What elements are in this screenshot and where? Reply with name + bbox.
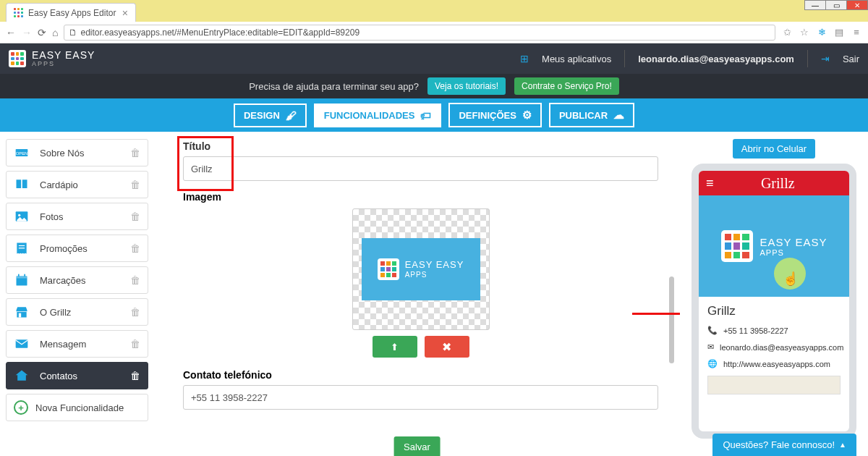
nav-design[interactable]: DESIGN 🖌 — [234, 104, 307, 127]
trash-icon[interactable]: 🗑 — [130, 370, 140, 381]
phone-icon: 📞 — [707, 326, 718, 335]
open-mobile-button[interactable]: Abrir no Celular — [733, 139, 815, 159]
preview-phone-row[interactable]: 📞+55 11 3958-2227 — [707, 326, 841, 335]
image-preview: EASY EASY APPS — [352, 208, 490, 330]
store-icon — [14, 305, 30, 319]
book-icon — [14, 177, 30, 192]
user-email[interactable]: leonardo.dias@easyeasyapps.com — [638, 54, 794, 64]
logo-text: EASY EASY — [32, 50, 95, 60]
svg-rect-11 — [16, 339, 28, 348]
trash-icon[interactable]: 🗑 — [130, 242, 140, 254]
delete-image-button[interactable]: ✖ — [425, 336, 469, 358]
snowflake-icon[interactable]: ❄ — [816, 27, 827, 38]
phone-input[interactable] — [183, 385, 658, 410]
svg-rect-10 — [19, 313, 21, 318]
sidebar-item-bookings[interactable]: Marcações 🗑 — [6, 266, 148, 294]
browser-tab[interactable]: Easy Easy Apps Editor × — [6, 3, 136, 22]
nav-definitions[interactable]: DEFINIÇÕES ⚙ — [448, 103, 541, 127]
form-panel: Título Imagem EASY EASY APPS — [154, 132, 680, 456]
home-icon[interactable]: ⌂ — [52, 27, 58, 38]
preview-header: ≡ Grillz — [699, 171, 849, 195]
phone-label: Contato telefónico — [183, 369, 658, 381]
feedback-button[interactable]: Questões? Fale connosco! ▲ — [712, 434, 856, 456]
phone-preview: ≡ Grillz EASY EASY APPS ☝ Grillz — [692, 164, 856, 439]
tag-icon: 🏷 — [420, 109, 431, 122]
scrollbar-thumb[interactable] — [669, 276, 674, 363]
tutorials-button[interactable]: Veja os tutoriais! — [427, 77, 506, 95]
close-icon: ✖ — [442, 340, 451, 354]
receipt-icon — [14, 241, 30, 256]
svg-rect-5 — [19, 248, 25, 248]
trash-icon[interactable]: 🗑 — [130, 306, 140, 318]
svg-rect-8 — [18, 274, 20, 276]
window-maximize-button[interactable]: ▭ — [825, 0, 847, 10]
logo-grid-icon — [721, 230, 753, 262]
rating-icon[interactable]: ✩ — [781, 27, 793, 38]
title-label: Título — [183, 140, 658, 152]
window-minimize-button[interactable]: ― — [804, 0, 826, 10]
image-icon — [14, 209, 30, 224]
trash-icon[interactable]: 🗑 — [130, 147, 140, 159]
hamburger-icon[interactable]: ≡ — [706, 176, 714, 191]
preview-website-row[interactable]: 🌐http://www.easyeasyapps.com — [707, 359, 841, 368]
nav-functionalities[interactable]: FUNCIONALIDADES 🏷 — [314, 104, 442, 127]
window-close-button[interactable]: ✕ — [846, 0, 868, 10]
preview-page-title: Grillz — [707, 304, 841, 318]
svg-text:OPEN: OPEN — [16, 151, 28, 156]
url-input[interactable]: 🗋 editor.easyeasyapps.net/#MenuEntryPlac… — [64, 25, 775, 41]
star-icon[interactable]: ☆ — [799, 27, 810, 38]
sidebar-item-photos[interactable]: Fotos 🗑 — [6, 203, 148, 230]
apps-grid-icon: ⊞ — [520, 53, 529, 64]
logo-subtext: APPS — [32, 60, 95, 67]
svg-rect-4 — [19, 245, 25, 246]
preview-panel: Abrir no Celular ≡ Grillz EASY EASY APPS… — [680, 132, 868, 456]
drawer-icon[interactable]: ▤ — [833, 27, 845, 38]
favicon-icon — [14, 8, 24, 18]
help-bar: Precisa de ajuda para terminar seu app? … — [0, 74, 868, 98]
preview-map[interactable] — [707, 376, 841, 394]
save-button[interactable]: Salvar — [393, 436, 441, 456]
sidebar-add-new[interactable]: + Nova Funcionalidade — [6, 394, 148, 421]
cloud-upload-icon: ☁ — [613, 109, 624, 122]
sidebar-item-promotions[interactable]: Promoções 🗑 — [6, 235, 148, 262]
globe-icon: 🌐 — [707, 359, 718, 368]
forward-icon: → — [22, 27, 32, 38]
logo[interactable]: EASY EASY APPS — [9, 50, 95, 67]
sidebar: OPEN Sobre Nós 🗑 Cardápio 🗑 Fotos 🗑 Prom — [0, 132, 154, 456]
back-icon[interactable]: ← — [6, 27, 16, 38]
separator — [807, 50, 808, 67]
address-bar: ← → ⟳ ⌂ 🗋 editor.easyeasyapps.net/#MenuE… — [0, 22, 868, 43]
preview-email-row[interactable]: ✉leonardo.dias@easyeasyapps.com — [707, 342, 841, 352]
nav-publish[interactable]: PUBLICAR ☁ — [549, 103, 634, 127]
envelope-icon — [14, 337, 30, 351]
plus-circle-icon: + — [14, 400, 28, 415]
trash-icon[interactable]: 🗑 — [130, 274, 140, 286]
open-sign-icon: OPEN — [14, 145, 30, 160]
reload-icon[interactable]: ⟳ — [38, 27, 46, 38]
sidebar-item-contacts[interactable]: Contatos 🗑 — [6, 362, 148, 389]
browser-tab-strip: Easy Easy Apps Editor × — [0, 0, 868, 22]
chevron-up-icon: ▲ — [839, 441, 846, 449]
svg-rect-9 — [24, 274, 25, 276]
trash-icon[interactable]: 🗑 — [130, 211, 140, 222]
url-text: editor.easyeasyapps.net/#MenuEntryPlace:… — [80, 28, 359, 38]
my-apps-link[interactable]: Meus aplicativos — [542, 54, 611, 64]
trash-icon[interactable]: 🗑 — [130, 179, 140, 190]
upload-icon: ⬆ — [391, 342, 399, 352]
sidebar-item-message[interactable]: Mensagem 🗑 — [6, 330, 148, 358]
sidebar-item-about[interactable]: OPEN Sobre Nós 🗑 — [6, 139, 148, 166]
menu-icon[interactable]: ≡ — [851, 27, 862, 38]
app-header: EASY EASY APPS ⊞ Meus aplicativos leonar… — [0, 43, 868, 74]
logout-link[interactable]: Sair — [843, 54, 859, 64]
title-input[interactable] — [183, 156, 658, 181]
svg-point-3 — [18, 214, 20, 216]
main-nav: DESIGN 🖌 FUNCIONALIDADES 🏷 DEFINIÇÕES ⚙ … — [0, 98, 868, 132]
image-label: Imagem — [183, 191, 658, 203]
sidebar-item-grillz[interactable]: O Grillz 🗑 — [6, 298, 148, 326]
pro-service-button[interactable]: Contrate o Serviço Pro! — [514, 77, 619, 95]
sidebar-item-menu[interactable]: Cardápio 🗑 — [6, 171, 148, 198]
upload-image-button[interactable]: ⬆ — [373, 336, 417, 358]
svg-rect-7 — [17, 276, 27, 278]
tab-close-icon[interactable]: × — [122, 7, 128, 19]
trash-icon[interactable]: 🗑 — [130, 338, 140, 350]
